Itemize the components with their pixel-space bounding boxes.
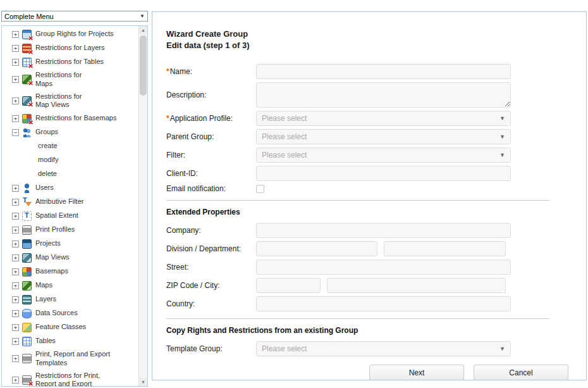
- email-notification-checkbox[interactable]: [256, 185, 264, 193]
- parent-group-select[interactable]: Please select▼: [256, 129, 511, 144]
- sidebar-item-label: Restrictions for Tables: [35, 58, 104, 66]
- spatial-extent-icon: [22, 211, 32, 221]
- name-input[interactable]: [256, 64, 511, 79]
- wizard-panel: Wizard Create Group Edit data (step 1 of…: [152, 11, 587, 380]
- next-button[interactable]: Next: [369, 365, 464, 380]
- country-input[interactable]: [256, 296, 511, 311]
- collapse-icon[interactable]: −: [12, 129, 19, 136]
- division-input[interactable]: [256, 241, 377, 256]
- application-profile-select[interactable]: Please select▼: [256, 111, 511, 126]
- sidebar-item-restrictions-for-map-views[interactable]: +Restrictions for Map Views: [2, 91, 139, 112]
- chevron-down-icon: ▼: [499, 134, 505, 140]
- label-text: Parent Group:: [166, 132, 214, 141]
- expand-icon[interactable]: +: [12, 45, 19, 52]
- sidebar-item-spatial-extent[interactable]: +Spatial Extent: [2, 209, 139, 223]
- select-placeholder: Please select: [262, 151, 307, 160]
- cancel-button[interactable]: Cancel: [474, 365, 568, 380]
- select-placeholder: Please select: [262, 132, 307, 141]
- template-group-select[interactable]: Please select▼: [256, 341, 511, 356]
- menu-dropdown[interactable]: Complete Menu ▼: [1, 11, 148, 22]
- field-row-client-id: Client-ID:: [166, 166, 567, 181]
- scroll-up-icon[interactable]: ▲: [139, 26, 147, 34]
- sidebar-item-users[interactable]: +Users: [2, 181, 139, 195]
- label-text: Template Group:: [166, 344, 223, 353]
- sidebar-item-restrictions-for-basemaps[interactable]: +Restrictions for Basemaps: [2, 111, 139, 125]
- email-notification-label: Email notification:: [166, 184, 256, 193]
- sidebar-tree: +Group Rights for Projects +Restrictions…: [1, 25, 148, 387]
- sidebar-item-feature-classes[interactable]: +Feature Classes: [2, 320, 139, 334]
- restrictions-for-map-views-icon: [22, 96, 32, 106]
- sidebar-item-label: Restrictions for Layers: [35, 44, 104, 53]
- expand-icon[interactable]: +: [12, 377, 19, 384]
- page-title: Wizard Create Group: [166, 28, 567, 40]
- expand-icon[interactable]: +: [12, 213, 19, 220]
- expand-icon[interactable]: +: [12, 338, 19, 345]
- client-id-input[interactable]: [256, 166, 511, 181]
- expand-icon[interactable]: +: [12, 241, 19, 247]
- label-text: ZIP Code / City:: [166, 281, 219, 290]
- field-row-division-department: Division / Department:: [166, 241, 567, 256]
- sidebar-item-label: Tables: [35, 337, 56, 346]
- sidebar-item-layers[interactable]: +Layers: [2, 292, 139, 306]
- sidebar-item-data-sources[interactable]: +Data Sources: [2, 306, 139, 320]
- expand-icon[interactable]: +: [12, 254, 19, 261]
- groups-icon: [22, 128, 32, 137]
- expand-icon[interactable]: +: [12, 310, 19, 317]
- sidebar-item-basemaps[interactable]: +Basemaps: [2, 265, 139, 278]
- sidebar-item-delete[interactable]: delete: [2, 167, 139, 181]
- expand-icon[interactable]: +: [12, 31, 19, 38]
- expand-icon[interactable]: +: [12, 97, 19, 104]
- sidebar-item-projects[interactable]: +Projects: [2, 237, 139, 251]
- sidebar-item-tables[interactable]: +Tables: [2, 334, 139, 348]
- expand-icon[interactable]: +: [12, 355, 19, 362]
- button-row: Next Cancel: [166, 365, 568, 380]
- expand-icon[interactable]: +: [12, 199, 19, 206]
- basemaps-icon: [22, 267, 32, 277]
- expand-icon[interactable]: +: [12, 227, 19, 234]
- sidebar-item-label: Map Views: [35, 253, 70, 262]
- restrictions-for-basemaps-icon: [22, 114, 32, 123]
- expand-icon[interactable]: +: [12, 296, 19, 303]
- street-label: Street:: [166, 263, 256, 272]
- chevron-down-icon: ▼: [499, 152, 505, 158]
- sidebar-item-attributive-filter[interactable]: +Attributive Filter: [2, 195, 139, 209]
- city-input[interactable]: [327, 278, 506, 293]
- sidebar-item-groups[interactable]: −Groups: [2, 125, 139, 139]
- sidebar-item-print-report-export-templates[interactable]: +Print, Report and Export Templates: [2, 348, 139, 370]
- copy-rights-heading: Copy Rights and Restrictions from an exi…: [166, 326, 567, 335]
- sidebar-item-print-profiles[interactable]: +Print Profiles: [2, 223, 139, 237]
- expand-icon[interactable]: +: [12, 185, 19, 192]
- expand-icon[interactable]: +: [12, 115, 19, 122]
- label-text: Application Profile:: [170, 114, 233, 123]
- filter-select[interactable]: Please select▼: [256, 147, 511, 163]
- scrollbar[interactable]: ▲ ▼: [138, 26, 147, 386]
- department-input[interactable]: [384, 241, 506, 256]
- expand-icon[interactable]: +: [12, 76, 19, 83]
- sidebar-item-label: Groups: [35, 128, 58, 137]
- expand-icon[interactable]: +: [12, 59, 19, 66]
- expand-icon[interactable]: +: [12, 268, 19, 275]
- scrollbar-thumb[interactable]: [140, 35, 147, 96]
- sidebar-item-group-rights-for-projects[interactable]: +Group Rights for Projects: [2, 27, 139, 41]
- sidebar-item-restrictions-for-maps[interactable]: +Restrictions for Maps: [2, 69, 139, 91]
- street-input[interactable]: [256, 260, 511, 275]
- sidebar-item-maps[interactable]: +Maps: [2, 278, 139, 292]
- required-icon: *: [166, 114, 169, 123]
- sidebar-item-restrictions-for-print-report-export[interactable]: +Restrictions for Print, Report and Expo…: [2, 370, 139, 387]
- field-row-country: Country:: [166, 296, 567, 311]
- required-icon: *: [166, 67, 169, 76]
- company-input[interactable]: [256, 223, 511, 238]
- sidebar-item-label: Restrictions for Map Views: [35, 92, 96, 110]
- sidebar-item-restrictions-for-layers[interactable]: +Restrictions for Layers: [2, 41, 139, 55]
- scroll-down-icon[interactable]: ▼: [139, 378, 147, 386]
- expand-icon[interactable]: +: [12, 324, 19, 331]
- sidebar-item-map-views[interactable]: +Map Views: [2, 251, 139, 265]
- page: Complete Menu ▼ +Group Rights for Projec…: [0, 0, 588, 388]
- sidebar-item-restrictions-for-tables[interactable]: +Restrictions for Tables: [2, 55, 139, 69]
- data-sources-icon: [22, 309, 32, 318]
- sidebar-item-create[interactable]: create: [2, 139, 139, 153]
- expand-icon[interactable]: +: [12, 282, 19, 289]
- zip-code-input[interactable]: [256, 278, 321, 293]
- sidebar-item-modify[interactable]: modify: [2, 153, 139, 167]
- description-textarea[interactable]: [256, 82, 511, 108]
